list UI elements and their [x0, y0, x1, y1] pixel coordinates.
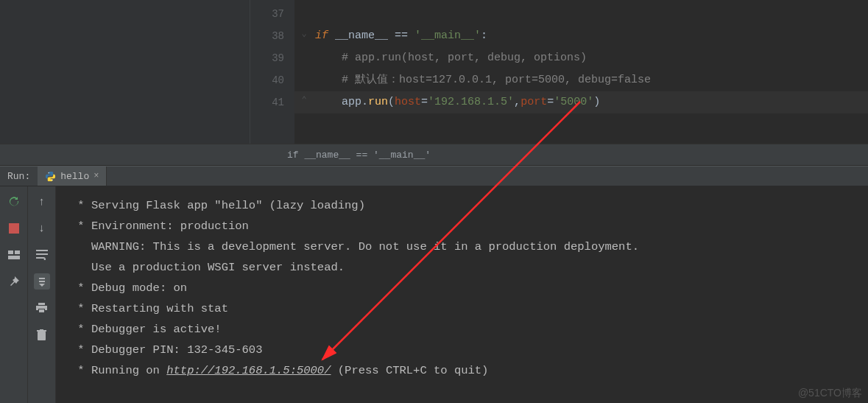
fold-indicator[interactable]: ⌄ [299, 22, 309, 44]
fold-indicator[interactable] [299, 0, 309, 22]
svg-rect-5 [8, 256, 20, 259]
line-number: 39 [250, 47, 294, 69]
scroll-to-end-button[interactable] [34, 273, 50, 290]
svg-rect-11 [39, 309, 44, 312]
run-toolbar-left [0, 186, 28, 403]
svg-point-1 [52, 179, 52, 180]
pin-button[interactable] [6, 273, 22, 290]
close-tab-icon[interactable]: × [93, 171, 99, 181]
rerun-button[interactable] [6, 194, 22, 210]
run-label: Run: [0, 171, 38, 182]
down-button[interactable]: ↓ [34, 220, 50, 236]
code-line[interactable]: # 默认值：host=127.0.0.1, port=5000, debug=f… [294, 69, 868, 91]
print-button[interactable] [34, 300, 50, 316]
svg-rect-13 [37, 330, 46, 332]
line-number-gutter: 3738▶394041 [250, 0, 294, 144]
console-line: * Serving Flask app "hello" (lazy loadin… [71, 195, 868, 216]
console-line: * Running on http://192.168.1.5:5000/ (P… [71, 360, 868, 381]
fold-indicator[interactable] [299, 66, 309, 88]
line-number: 41 [250, 91, 294, 113]
fold-indicator[interactable] [299, 44, 309, 66]
run-tab-label: hello [60, 171, 89, 182]
console-output[interactable]: * Serving Flask app "hello" (lazy loadin… [56, 186, 868, 403]
editor-left-margin [0, 0, 250, 144]
breadcrumb-bar[interactable]: if __name__ == '__main__' [0, 144, 868, 166]
console-line: WARNING: This is a development server. D… [71, 236, 868, 257]
svg-rect-7 [36, 253, 48, 255]
svg-rect-14 [40, 329, 43, 330]
svg-rect-8 [38, 303, 45, 305]
up-button[interactable]: ↑ [34, 194, 50, 210]
code-editor[interactable]: 3738▶394041 ⌄⌃ if __name__ == '__main__'… [0, 0, 868, 144]
code-area[interactable]: ⌄⌃ if __name__ == '__main__': # app.run(… [294, 0, 868, 144]
svg-rect-4 [15, 250, 20, 254]
console-line: * Debug mode: on [71, 278, 868, 298]
line-number: 37 [250, 3, 294, 25]
breadcrumb-item[interactable]: if __name__ == '__main__' [287, 150, 431, 161]
soft-wrap-button[interactable] [34, 247, 50, 263]
code-line[interactable]: app.run(host='192.168.1.5',port='5000') [294, 91, 868, 113]
code-line[interactable]: # app.run(host, port, debug, options) [294, 47, 868, 69]
fold-indicator[interactable]: ⌃ [299, 88, 309, 111]
console-line: Use a production WSGI server instead. [71, 257, 868, 278]
code-line[interactable] [294, 3, 868, 25]
fold-indicator[interactable] [299, 111, 309, 133]
layout-button[interactable] [6, 247, 22, 263]
run-toolbar-right: ↑ ↓ [28, 186, 56, 403]
svg-rect-12 [38, 332, 46, 340]
svg-rect-2 [9, 223, 19, 234]
console-line: * Restarting with stat [71, 298, 868, 319]
code-line[interactable] [294, 113, 868, 136]
run-toolwindow-header: Run: hello × [0, 166, 868, 186]
run-tab-hello[interactable]: hello × [38, 167, 107, 186]
fold-strip: ⌄⌃ [299, 0, 309, 144]
watermark: @51CTO博客 [798, 387, 862, 400]
svg-rect-6 [36, 250, 48, 251]
line-number [250, 113, 294, 136]
python-file-icon [45, 171, 56, 182]
console-line: * Debugger is active! [71, 319, 868, 340]
code-line[interactable]: if __name__ == '__main__': [294, 25, 868, 47]
svg-rect-3 [8, 250, 13, 254]
svg-point-0 [49, 172, 49, 172]
line-number: 40 [250, 69, 294, 91]
run-toolwindow: ↑ ↓ * Serving Flask app "hello" (lazy lo… [0, 186, 868, 403]
console-line: * Environment: production [71, 216, 868, 236]
line-number: 38▶ [250, 25, 294, 47]
console-line: * Debugger PIN: 132-345-603 [71, 340, 868, 360]
delete-button[interactable] [34, 326, 50, 343]
stop-button[interactable] [6, 220, 22, 236]
